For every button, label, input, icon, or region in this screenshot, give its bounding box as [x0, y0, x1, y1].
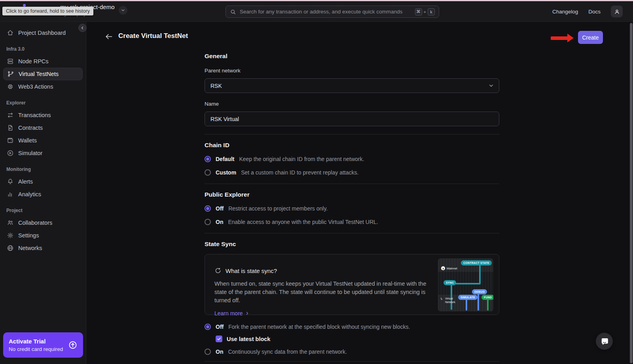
- docs-link[interactable]: Docs: [588, 9, 601, 15]
- use-latest-block-option[interactable]: Use latest block: [216, 336, 499, 342]
- sidebar-item-label: Collaborators: [18, 220, 52, 226]
- create-button[interactable]: Create: [578, 31, 603, 44]
- top-bar: my-rsk-project-demo my-rsk-project ⌘ + k…: [0, 1, 633, 22]
- checkbox-label: Use latest block: [227, 336, 270, 342]
- radio-selected-icon[interactable]: [205, 205, 211, 212]
- sidebar-item-label: Alerts: [18, 178, 33, 185]
- section-divider: [205, 184, 499, 184]
- name-field[interactable]: [205, 112, 499, 126]
- sidebar-item-analytics[interactable]: Analytics: [3, 188, 83, 201]
- radio-unselected-icon[interactable]: [205, 169, 211, 176]
- page-title: Create Virtual TestNet: [118, 32, 188, 40]
- sidebar-collapse-button[interactable]: [78, 24, 87, 32]
- history-tooltip: Click to go forward, hold to see history: [2, 7, 93, 15]
- sidebar-item-label: Contracts: [18, 125, 43, 131]
- changelog-link[interactable]: Changelog: [552, 9, 578, 15]
- activate-trial-banner[interactable]: Activate Trial No credit card required: [3, 332, 83, 358]
- fork-icon: [7, 70, 14, 78]
- app-logo: [23, 4, 26, 7]
- bell-icon: [6, 178, 14, 186]
- sidebar-item-label: Transactions: [18, 112, 51, 118]
- section-divider: [205, 361, 499, 362]
- option-label: Default: [216, 156, 234, 162]
- swap-arrows-icon: [6, 112, 14, 119]
- sidebar-item-transactions[interactable]: Transactions: [3, 109, 83, 121]
- sidebar-item-label: Analytics: [18, 191, 41, 197]
- option-desc: Restrict access to project members only.: [228, 205, 328, 212]
- sidebar-item-alerts[interactable]: Alerts: [3, 175, 83, 188]
- fund-badge: FUND: [481, 295, 493, 300]
- bar-chart-icon: [6, 191, 14, 198]
- sidebar-item-collaborators[interactable]: Collaborators: [3, 216, 83, 229]
- network-dot-icon: ●: [441, 266, 445, 270]
- option-label: On: [216, 219, 223, 225]
- sidebar-item-label: Networks: [18, 245, 42, 251]
- chevron-down-icon[interactable]: [119, 6, 127, 15]
- sidebar-item-web3-actions[interactable]: Web3 Actions: [3, 80, 83, 93]
- public-explorer-heading: Public Explorer: [205, 191, 499, 198]
- name-input[interactable]: [210, 116, 493, 122]
- public-explorer-off-option[interactable]: Off Restrict access to project members o…: [205, 205, 499, 212]
- contract-state-badge: CONTRACT STATE: [461, 260, 492, 265]
- sidebar-item-networks[interactable]: Networks: [3, 242, 83, 254]
- user-avatar-button[interactable]: [611, 6, 623, 17]
- state-sync-off-option[interactable]: Off Fork the parent network at the speci…: [205, 324, 499, 330]
- sidebar-item-wallets[interactable]: Wallets: [3, 134, 83, 147]
- section-divider: [205, 233, 499, 233]
- annotation-arrow: [551, 34, 574, 42]
- chain-id-heading: Chain ID: [205, 142, 499, 149]
- search-input[interactable]: [240, 9, 411, 15]
- state-sync-heading: State Sync: [205, 241, 499, 248]
- public-explorer-on-option[interactable]: On Enable access to anyone with the publ…: [205, 219, 499, 225]
- chain-id-default-option[interactable]: Default Keep the original chain ID from …: [205, 156, 499, 162]
- sidebar-item-label: Settings: [18, 232, 39, 239]
- sidebar-item-simulator[interactable]: Simulator: [3, 147, 83, 159]
- parent-network-label: Parent network: [205, 68, 499, 74]
- sidebar-item-settings[interactable]: Settings: [3, 229, 83, 242]
- state-sync-illustration: ● Mainnet CONTRACT STATE SYNC SIMULATE D…: [438, 258, 493, 311]
- globe-icon: [6, 245, 14, 252]
- scrollbar[interactable]: [630, 23, 633, 363]
- sidebar-item-virtual-testnets[interactable]: Virtual TestNets: [3, 68, 83, 80]
- sidebar-item-label: Node RPCs: [18, 58, 49, 64]
- debug-badge: DEBUG: [472, 289, 487, 294]
- sidebar-item-project-dashboard[interactable]: Project Dashboard: [3, 27, 83, 39]
- sync-badge: SYNC: [443, 280, 456, 285]
- state-sync-info-card: What is state sync? When turned on, stat…: [205, 254, 499, 315]
- sidebar-item-contracts[interactable]: Contracts: [3, 121, 83, 134]
- radio-selected-icon[interactable]: [205, 324, 211, 330]
- virtual-network-node: Virtual Network: [440, 297, 458, 304]
- radio-unselected-icon[interactable]: [205, 349, 211, 355]
- gear-icon: [6, 232, 14, 239]
- global-search[interactable]: ⌘ + k: [226, 6, 439, 18]
- state-sync-on-option[interactable]: On Continuously sync data from the paren…: [205, 349, 499, 355]
- option-desc: Enable access to anyone with the public …: [228, 219, 378, 225]
- checkbox-checked-icon[interactable]: [216, 336, 222, 342]
- person-icon: [614, 8, 620, 15]
- parent-network-select[interactable]: RSK: [205, 78, 499, 93]
- option-label: On: [216, 349, 223, 355]
- radio-selected-icon[interactable]: [205, 156, 211, 162]
- option-label: Custom: [216, 169, 236, 176]
- sidebar-item-label: Project Dashboard: [18, 30, 66, 36]
- learn-more-link[interactable]: Learn more: [214, 310, 250, 317]
- state-sync-info-title: What is state sync?: [226, 267, 277, 274]
- chat-widget-button[interactable]: [596, 333, 613, 350]
- option-desc: Continuously sync data from the parent n…: [228, 349, 347, 355]
- k-keycap: k: [428, 8, 435, 15]
- sidebar-section-monitoring: Monitoring: [3, 167, 83, 172]
- sidebar-section-infra: Infra 3.0: [3, 46, 83, 52]
- trial-subtitle: No credit card required: [9, 346, 63, 352]
- option-desc: Fork the parent network at the specified…: [228, 324, 410, 330]
- parent-network-value: RSK: [210, 83, 222, 89]
- fork-small-icon: [440, 297, 444, 304]
- back-arrow-button[interactable]: [105, 33, 113, 40]
- search-icon: [230, 9, 236, 15]
- general-heading: General: [205, 53, 499, 60]
- radio-unselected-icon[interactable]: [205, 219, 211, 225]
- main-content: Create Virtual TestNet Create General Pa…: [86, 22, 633, 364]
- section-divider: [205, 134, 499, 135]
- window-top-strip: [0, 0, 633, 1]
- sidebar-item-node-rpcs[interactable]: Node RPCs: [3, 55, 83, 68]
- chain-id-custom-option[interactable]: Custom Set a custom chain ID to prevent …: [205, 169, 499, 176]
